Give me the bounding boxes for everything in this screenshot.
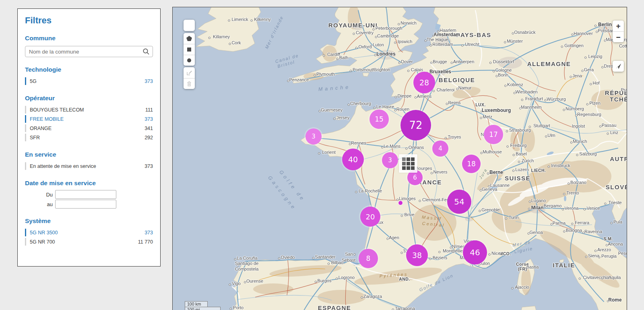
filter-item-label: BOUYGUES TELECOM: [30, 107, 145, 113]
circle-icon: [186, 57, 192, 64]
filter-item[interactable]: 5G NR 70011 770: [25, 237, 153, 246]
trash-icon: [186, 81, 192, 87]
cluster-marker[interactable]: 3: [382, 152, 398, 168]
map-panel: ROYAUME-UNIPAYS-BASBELGIQUEALLEMAGNEFRAN…: [172, 7, 627, 310]
filter-item-bar: [25, 124, 26, 132]
commune-search: [25, 46, 153, 57]
scale-bar: 100 km 100 mi: [185, 301, 221, 310]
filter-item[interactable]: BOUYGUES TELECOM111: [25, 105, 153, 114]
filter-item-count: 341: [144, 126, 153, 131]
filter-item-bar: [25, 77, 26, 85]
grid-tile-marker: [399, 154, 417, 173]
filter-item-count: 11 770: [138, 239, 153, 245]
filter-item-bar: [25, 106, 26, 114]
systeme-heading: Système: [25, 217, 153, 225]
cluster-marker[interactable]: 17: [484, 125, 503, 144]
en-service-heading: En service: [25, 151, 153, 158]
filter-item[interactable]: FREE MOBILE373: [25, 114, 153, 124]
filter-item-bar: [25, 162, 26, 170]
cluster-marker[interactable]: 54: [447, 190, 471, 214]
filters-panel: Filtres Commune Technologie 5G373 Opérat…: [17, 8, 161, 267]
filter-item[interactable]: SFR292: [25, 133, 153, 142]
cluster-marker[interactable]: 40: [342, 149, 364, 170]
filter-item-label: En attente de mise en service: [30, 163, 144, 169]
filter-item-label: SFR: [30, 135, 144, 141]
filter-item-count: 373: [144, 230, 153, 236]
technologie-heading: Technologie: [25, 66, 153, 73]
filter-item-bar: [25, 134, 26, 141]
cluster-marker[interactable]: 28: [413, 72, 435, 93]
filter-item-count: 373: [144, 116, 153, 122]
commune-heading: Commune: [25, 35, 153, 42]
filter-item-count: 373: [144, 79, 153, 84]
technologie-list: 5G373: [25, 76, 153, 86]
cluster-marker[interactable]: 15: [369, 110, 389, 129]
map-viewport[interactable]: ROYAUME-UNIPAYS-BASBELGIQUEALLEMAGNEFRAN…: [173, 7, 627, 310]
map-blank-button[interactable]: [184, 20, 195, 31]
systeme-list: 5G NR 35003735G NR 70011 770: [25, 228, 153, 246]
filter-item[interactable]: 5G NR 3500373: [25, 228, 153, 237]
cluster-marker[interactable]: 20: [360, 207, 380, 227]
edit-icon: [186, 70, 192, 76]
date-heading: Date de mise en service: [25, 180, 153, 187]
filter-item-count: 373: [144, 163, 153, 169]
filter-item-label: FREE MOBILE: [30, 116, 144, 122]
grid-icon: [402, 157, 415, 170]
cluster-marker[interactable]: 4: [432, 141, 448, 157]
polygon-icon: [186, 35, 192, 42]
filter-item-label: ORANGE: [30, 126, 144, 131]
filter-item-count: 111: [145, 107, 153, 113]
cluster-marker[interactable]: 8: [359, 249, 378, 268]
filter-item[interactable]: ORANGE341: [25, 124, 153, 133]
scale-mi: 100 mi: [185, 307, 221, 310]
cluster-marker[interactable]: 72: [400, 110, 431, 141]
filter-item-label: 5G NR 700: [30, 239, 138, 245]
delete-shapes-button[interactable]: [184, 78, 195, 89]
zoom-in-button[interactable]: +: [613, 21, 624, 31]
station-dot-marker[interactable]: [398, 200, 403, 205]
draw-rectangle-button[interactable]: [184, 44, 195, 55]
cluster-marker[interactable]: 38: [406, 244, 428, 266]
date-du-row: Du: [25, 190, 153, 199]
filters-title: Filtres: [25, 15, 153, 26]
filter-item-bar: [25, 229, 26, 236]
draw-circle-button[interactable]: [184, 55, 195, 66]
cluster-marker[interactable]: 46: [463, 240, 487, 265]
locate-arrow-icon: [615, 63, 622, 70]
operateur-heading: Opérateur: [25, 95, 153, 102]
operateur-list: BOUYGUES TELECOM111FREE MOBILE373ORANGE3…: [25, 105, 153, 142]
filter-item-count: 292: [144, 135, 153, 141]
en-service-list: En attente de mise en service373: [25, 161, 153, 171]
locate-button[interactable]: [613, 61, 624, 72]
draw-polygon-button[interactable]: [184, 33, 195, 44]
rectangle-icon: [186, 46, 192, 53]
filter-item-bar: [25, 115, 26, 123]
filter-item-label: 5G: [30, 79, 144, 84]
cluster-marker[interactable]: 18: [462, 155, 481, 173]
filter-item-bar: [25, 238, 26, 246]
date-au-label: au: [25, 201, 55, 207]
filter-item[interactable]: En attente de mise en service373: [25, 161, 153, 171]
date-au-input[interactable]: [55, 200, 116, 209]
search-icon: [142, 48, 150, 55]
filter-item-label: 5G NR 3500: [30, 230, 144, 236]
date-du-input[interactable]: [55, 190, 116, 199]
filter-item[interactable]: 5G373: [25, 76, 153, 86]
edit-shapes-button[interactable]: [184, 67, 195, 78]
commune-search-input[interactable]: [25, 46, 153, 57]
cluster-marker[interactable]: 3: [305, 128, 322, 145]
date-du-label: Du: [25, 192, 55, 198]
date-au-row: au: [25, 200, 153, 209]
zoom-out-button[interactable]: −: [613, 31, 624, 42]
